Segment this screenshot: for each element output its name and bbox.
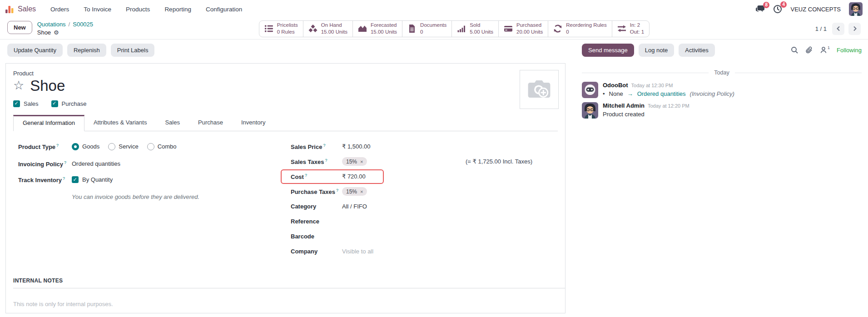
invoicing-policy-value[interactable]: Ordered quantities xyxy=(72,160,120,167)
following-toggle[interactable]: Following xyxy=(837,47,862,54)
search-messages-icon[interactable] xyxy=(791,46,799,54)
radio-combo[interactable]: Combo xyxy=(147,143,177,150)
help-icon: ? xyxy=(305,173,307,178)
help-icon: ? xyxy=(323,143,325,148)
chatter-message: OdooBot Today at 12:30 PM • None → Order… xyxy=(582,82,862,98)
pager-previous-button[interactable] xyxy=(832,23,844,35)
date-divider: Today xyxy=(582,69,862,76)
stat-value: Out: 1 xyxy=(630,29,644,35)
product-name-input[interactable]: Shoe xyxy=(30,77,65,94)
internal-notes-divider xyxy=(13,288,565,288)
stat-documents[interactable]: Documents 0 xyxy=(402,21,451,37)
sales-taxes-label: Sales Taxes? xyxy=(291,158,342,165)
radio-goods[interactable]: Goods xyxy=(72,143,99,150)
remove-tag-icon[interactable]: × xyxy=(360,189,363,194)
track-inventory-checkbox[interactable] xyxy=(72,176,79,183)
stat-reordering-rules[interactable]: Reordering Rules 0 xyxy=(548,21,612,37)
remove-tag-icon[interactable]: × xyxy=(360,159,363,164)
area-chart-icon xyxy=(358,24,367,33)
help-icon: ? xyxy=(56,143,59,148)
tab-purchase[interactable]: Purchase xyxy=(189,115,232,131)
favorite-star-icon[interactable]: ☆ xyxy=(13,79,24,92)
radio-service[interactable]: Service xyxy=(108,143,138,150)
tab-inventory[interactable]: Inventory xyxy=(232,115,274,131)
menu-orders[interactable]: Orders xyxy=(50,6,69,13)
help-icon: ? xyxy=(325,158,327,163)
message-author[interactable]: Mitchell Admin xyxy=(603,102,645,109)
camera-plus-icon xyxy=(526,79,552,100)
category-value[interactable]: All / FIFO xyxy=(342,203,367,210)
action-bar: Update Quantity Replenish Print Labels S… xyxy=(0,40,868,60)
tab-attributes-variants[interactable]: Attributes & Variants xyxy=(84,115,156,131)
menu-reporting[interactable]: Reporting xyxy=(164,6,191,13)
sales-tax-tag[interactable]: 15% × xyxy=(342,157,367,166)
stat-label: Documents xyxy=(420,22,446,29)
print-labels-button[interactable]: Print Labels xyxy=(111,44,155,57)
stat-value: 15.00 Units xyxy=(371,29,397,35)
tab-sales[interactable]: Sales xyxy=(156,115,189,131)
stat-in-out[interactable]: In: 2 Out: 1 xyxy=(612,21,649,37)
activities-button[interactable]: Activities xyxy=(679,44,714,57)
new-button[interactable]: New xyxy=(7,21,32,34)
mitchell-admin-avatar[interactable] xyxy=(582,102,598,119)
message-author[interactable]: OdooBot xyxy=(603,82,628,89)
refresh-icon xyxy=(553,24,562,33)
radio-combo-control[interactable] xyxy=(147,143,154,150)
stat-sold[interactable]: Sold 5.00 Units xyxy=(451,21,498,37)
cost-input[interactable]: ₹ 720.00 xyxy=(342,173,366,180)
product-image-upload[interactable] xyxy=(520,70,559,109)
company-input[interactable]: Visible to all xyxy=(342,248,373,255)
stat-pricelists[interactable]: Pricelists 0 Rules xyxy=(259,21,303,37)
help-icon: ? xyxy=(63,176,65,181)
odoo-apps-logo-icon[interactable] xyxy=(5,4,15,14)
track-inventory-value[interactable]: By Quantity xyxy=(82,176,113,183)
log-note-button[interactable]: Log note xyxy=(639,44,675,57)
help-icon: ? xyxy=(336,188,338,193)
purchase-checkbox[interactable] xyxy=(51,100,58,107)
radio-service-control[interactable] xyxy=(108,143,115,150)
send-message-button[interactable]: Send message xyxy=(582,44,634,57)
chatter-message: Mitchell Admin Today at 12:20 PM Product… xyxy=(582,102,862,119)
notebook-tabs: General Information Attributes & Variant… xyxy=(13,115,558,131)
pager-next-button[interactable] xyxy=(848,23,861,35)
stat-forecasted[interactable]: Forecasted 15.00 Units xyxy=(352,21,402,37)
user-avatar[interactable] xyxy=(849,2,863,16)
menu-configuration[interactable]: Configuration xyxy=(206,6,242,13)
product-type-label: Product Type? xyxy=(18,143,72,150)
list-icon xyxy=(264,24,273,33)
internal-notes-input[interactable]: This note is only for internal purposes. xyxy=(13,301,558,307)
gear-icon[interactable]: ⚙ xyxy=(54,29,59,37)
tracking-field-name: (Invoicing Policy) xyxy=(690,90,734,97)
track-inventory-label: Track Inventory? xyxy=(18,176,72,183)
bar-chart-icon xyxy=(457,24,466,33)
stat-on-hand[interactable]: On Hand 15.00 Units xyxy=(303,21,352,37)
stat-value: 5.00 Units xyxy=(470,29,493,35)
stat-value: 0 xyxy=(420,29,446,35)
menu-products[interactable]: Products xyxy=(126,6,150,13)
sales-price-input[interactable]: ₹ 1,500.00 xyxy=(342,143,371,150)
followers-icon[interactable]: 1 xyxy=(820,46,830,54)
radio-goods-control[interactable] xyxy=(72,143,79,150)
app-name[interactable]: Sales xyxy=(18,5,36,13)
breadcrumb-quotations[interactable]: Quotations xyxy=(37,20,66,29)
invoicing-policy-label: Invoicing Policy? xyxy=(18,160,72,168)
update-quantity-button[interactable]: Update Quantity xyxy=(7,44,63,57)
sales-checkbox[interactable] xyxy=(13,100,20,107)
odoobot-avatar[interactable] xyxy=(582,82,598,98)
attachment-paperclip-icon[interactable] xyxy=(805,46,813,54)
purchase-tax-tag[interactable]: 15% × xyxy=(342,187,367,196)
menu-to-invoice[interactable]: To Invoice xyxy=(84,6,111,13)
tracking-bullet: • xyxy=(603,90,605,97)
stat-purchased[interactable]: Purchased 20.00 Units xyxy=(498,21,548,37)
company-switcher[interactable]: VEUZ CONCEPTS xyxy=(790,6,841,13)
replenish-button[interactable]: Replenish xyxy=(67,44,106,57)
tab-general-information[interactable]: General Information xyxy=(13,115,84,131)
internal-notes-heading: INTERNAL NOTES xyxy=(13,277,558,284)
messages-icon[interactable]: 8 xyxy=(755,5,765,14)
breadcrumb-record[interactable]: S00025 xyxy=(73,20,93,29)
tracking-new-value[interactable]: Ordered quantities xyxy=(637,90,686,97)
stat-label: In: 2 xyxy=(630,22,644,29)
stat-label: Purchased xyxy=(516,22,543,29)
control-panel: New Quotations / S00025 Shoe ⚙ xyxy=(0,18,868,40)
activities-clock-icon[interactable]: 4 xyxy=(773,5,782,14)
